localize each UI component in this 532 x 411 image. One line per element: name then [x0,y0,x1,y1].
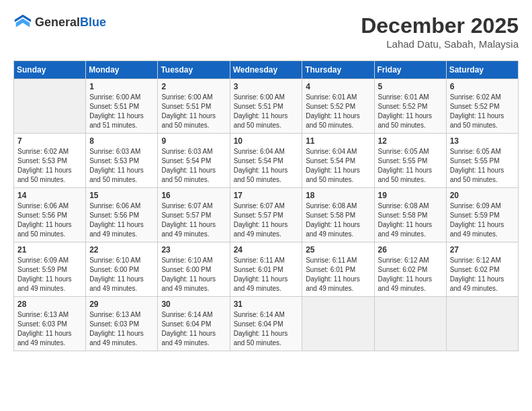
calendar-cell: 28Sunrise: 6:13 AM Sunset: 6:03 PM Dayli… [14,297,86,351]
day-number: 25 [306,245,370,255]
day-info: Sunrise: 6:02 AM Sunset: 5:52 PM Dayligh… [450,93,515,130]
day-number: 15 [89,191,154,200]
day-number: 29 [89,300,154,309]
header-friday: Friday [374,61,446,79]
calendar-cell: 2Sunrise: 6:00 AM Sunset: 5:51 PM Daylig… [158,79,230,134]
day-info: Sunrise: 6:04 AM Sunset: 5:54 PM Dayligh… [306,147,370,185]
day-info: Sunrise: 6:08 AM Sunset: 5:58 PM Dayligh… [378,201,443,239]
calendar-cell: 9Sunrise: 6:03 AM Sunset: 5:54 PM Daylig… [158,134,230,188]
day-number: 18 [306,191,370,200]
day-number: 30 [161,300,226,309]
calendar-cell: 27Sunrise: 6:12 AM Sunset: 6:02 PM Dayli… [446,242,518,297]
logo-text: GeneralBlue [35,16,106,30]
day-info: Sunrise: 6:09 AM Sunset: 5:59 PM Dayligh… [17,256,82,293]
day-info: Sunrise: 6:14 AM Sunset: 6:04 PM Dayligh… [161,310,226,348]
day-info: Sunrise: 6:01 AM Sunset: 5:52 PM Dayligh… [306,93,370,130]
day-number: 13 [450,136,515,146]
day-number: 5 [378,82,443,91]
calendar-cell [374,297,446,351]
calendar-cell: 24Sunrise: 6:11 AM Sunset: 6:01 PM Dayli… [230,242,302,297]
calendar-cell: 20Sunrise: 6:09 AM Sunset: 5:59 PM Dayli… [446,188,518,242]
day-info: Sunrise: 6:06 AM Sunset: 5:56 PM Dayligh… [17,201,82,239]
header-sunday: Sunday [14,61,86,79]
day-info: Sunrise: 6:10 AM Sunset: 6:00 PM Dayligh… [89,256,154,293]
calendar-cell: 11Sunrise: 6:04 AM Sunset: 5:54 PM Dayli… [302,134,374,188]
calendar-cell: 5Sunrise: 6:01 AM Sunset: 5:52 PM Daylig… [374,79,446,134]
location-title: Lahad Datu, Sabah, Malaysia [361,38,519,50]
day-number: 16 [161,191,226,200]
day-info: Sunrise: 6:08 AM Sunset: 5:58 PM Dayligh… [306,201,370,239]
calendar-week-2: 7Sunrise: 6:02 AM Sunset: 5:53 PM Daylig… [14,134,519,188]
calendar-cell: 15Sunrise: 6:06 AM Sunset: 5:56 PM Dayli… [86,188,158,242]
calendar-week-1: 1Sunrise: 6:00 AM Sunset: 5:51 PM Daylig… [14,79,519,134]
day-number: 27 [450,245,515,255]
calendar-cell: 1Sunrise: 6:00 AM Sunset: 5:51 PM Daylig… [86,79,158,134]
day-number: 10 [234,136,299,146]
day-info: Sunrise: 6:11 AM Sunset: 6:01 PM Dayligh… [234,256,299,293]
day-number: 6 [450,82,515,91]
day-info: Sunrise: 6:00 AM Sunset: 5:51 PM Dayligh… [89,93,154,130]
day-info: Sunrise: 6:01 AM Sunset: 5:52 PM Dayligh… [378,93,443,130]
day-info: Sunrise: 6:11 AM Sunset: 6:01 PM Dayligh… [306,256,370,293]
calendar-cell [14,79,86,134]
calendar-cell: 10Sunrise: 6:04 AM Sunset: 5:54 PM Dayli… [230,134,302,188]
day-number: 24 [234,245,299,255]
calendar-cell: 30Sunrise: 6:14 AM Sunset: 6:04 PM Dayli… [158,297,230,351]
calendar-cell: 12Sunrise: 6:05 AM Sunset: 5:55 PM Dayli… [374,134,446,188]
calendar-cell [302,297,374,351]
day-info: Sunrise: 6:12 AM Sunset: 6:02 PM Dayligh… [378,256,443,293]
header-tuesday: Tuesday [158,61,230,79]
header-monday: Monday [86,61,158,79]
day-info: Sunrise: 6:03 AM Sunset: 5:54 PM Dayligh… [161,147,226,185]
day-number: 14 [17,191,82,200]
header-saturday: Saturday [446,61,518,79]
day-number: 31 [234,300,299,309]
calendar-cell: 26Sunrise: 6:12 AM Sunset: 6:02 PM Dayli… [374,242,446,297]
day-number: 7 [17,136,82,146]
calendar-cell: 23Sunrise: 6:10 AM Sunset: 6:00 PM Dayli… [158,242,230,297]
day-number: 20 [450,191,515,200]
day-number: 3 [234,82,299,91]
calendar-cell: 21Sunrise: 6:09 AM Sunset: 5:59 PM Dayli… [14,242,86,297]
day-info: Sunrise: 6:13 AM Sunset: 6:03 PM Dayligh… [17,310,82,348]
day-number: 21 [17,245,82,255]
calendar-week-4: 21Sunrise: 6:09 AM Sunset: 5:59 PM Dayli… [14,242,519,297]
logo-general: General [35,15,80,29]
calendar-cell: 22Sunrise: 6:10 AM Sunset: 6:00 PM Dayli… [86,242,158,297]
calendar-cell: 14Sunrise: 6:06 AM Sunset: 5:56 PM Dayli… [14,188,86,242]
calendar-cell: 16Sunrise: 6:07 AM Sunset: 5:57 PM Dayli… [158,188,230,242]
day-number: 9 [161,136,226,146]
day-info: Sunrise: 6:05 AM Sunset: 5:55 PM Dayligh… [378,147,443,185]
calendar-week-3: 14Sunrise: 6:06 AM Sunset: 5:56 PM Dayli… [14,188,519,242]
day-number: 22 [89,245,154,255]
day-info: Sunrise: 6:06 AM Sunset: 5:56 PM Dayligh… [89,201,154,239]
day-info: Sunrise: 6:03 AM Sunset: 5:53 PM Dayligh… [89,147,154,185]
calendar-cell: 4Sunrise: 6:01 AM Sunset: 5:52 PM Daylig… [302,79,374,134]
day-info: Sunrise: 6:09 AM Sunset: 5:59 PM Dayligh… [450,201,515,239]
title-area: December 2025 Lahad Datu, Sabah, Malaysi… [361,13,519,50]
logo-icon [13,13,32,32]
header-thursday: Thursday [302,61,374,79]
calendar-cell: 19Sunrise: 6:08 AM Sunset: 5:58 PM Dayli… [374,188,446,242]
calendar-header-row: SundayMondayTuesdayWednesdayThursdayFrid… [14,61,519,79]
day-info: Sunrise: 6:00 AM Sunset: 5:51 PM Dayligh… [234,93,299,130]
calendar-cell: 8Sunrise: 6:03 AM Sunset: 5:53 PM Daylig… [86,134,158,188]
calendar-cell: 29Sunrise: 6:13 AM Sunset: 6:03 PM Dayli… [86,297,158,351]
calendar-cell: 3Sunrise: 6:00 AM Sunset: 5:51 PM Daylig… [230,79,302,134]
page-header: GeneralBlue December 2025 Lahad Datu, Sa… [13,13,519,50]
calendar-cell [446,297,518,351]
day-info: Sunrise: 6:12 AM Sunset: 6:02 PM Dayligh… [450,256,515,293]
calendar-cell: 6Sunrise: 6:02 AM Sunset: 5:52 PM Daylig… [446,79,518,134]
day-number: 26 [378,245,443,255]
calendar-cell: 17Sunrise: 6:07 AM Sunset: 5:57 PM Dayli… [230,188,302,242]
day-info: Sunrise: 6:13 AM Sunset: 6:03 PM Dayligh… [89,310,154,348]
day-number: 12 [378,136,443,146]
day-number: 2 [161,82,226,91]
calendar-cell: 31Sunrise: 6:14 AM Sunset: 6:04 PM Dayli… [230,297,302,351]
day-info: Sunrise: 6:14 AM Sunset: 6:04 PM Dayligh… [234,310,299,348]
day-info: Sunrise: 6:00 AM Sunset: 5:51 PM Dayligh… [161,93,226,130]
logo-blue: Blue [80,15,106,29]
day-number: 19 [378,191,443,200]
day-number: 4 [306,82,370,91]
day-number: 23 [161,245,226,255]
